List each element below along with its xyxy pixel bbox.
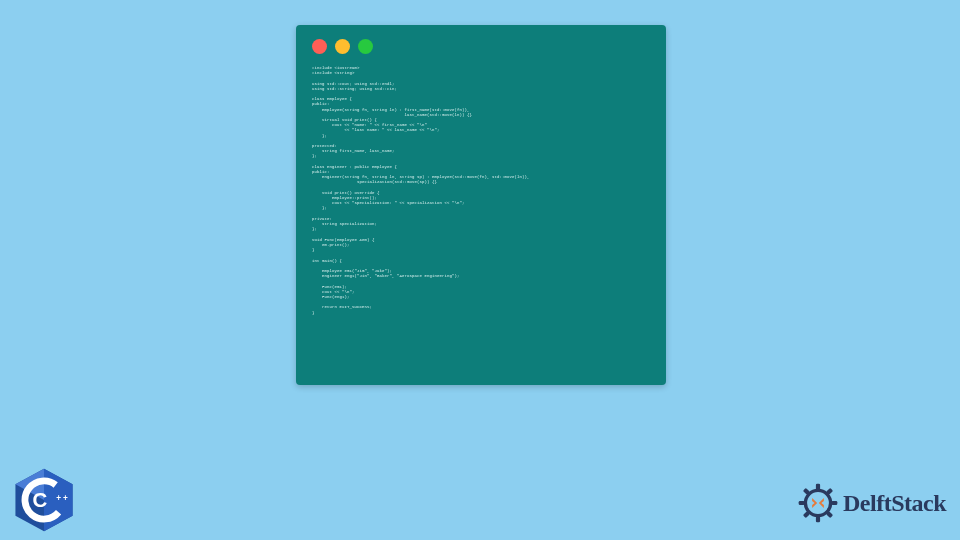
delftstack-label: DelftStack xyxy=(843,490,946,517)
svg-marker-16 xyxy=(812,498,817,508)
maximize-dot-icon[interactable] xyxy=(358,39,373,54)
delftstack-logo: DelftStack xyxy=(797,482,946,524)
code-window: #include <iostream> #include <string> us… xyxy=(296,25,666,385)
window-controls xyxy=(312,39,650,54)
svg-text:+: + xyxy=(63,494,68,503)
delftstack-gear-icon xyxy=(797,482,839,524)
svg-text:C: C xyxy=(33,489,48,511)
svg-point-7 xyxy=(805,490,830,515)
minimize-dot-icon[interactable] xyxy=(335,39,350,54)
close-dot-icon[interactable] xyxy=(312,39,327,54)
svg-rect-11 xyxy=(831,501,837,505)
svg-rect-8 xyxy=(816,484,820,490)
svg-text:+: + xyxy=(56,494,61,503)
svg-marker-17 xyxy=(819,498,824,508)
code-content: #include <iostream> #include <string> us… xyxy=(312,66,650,316)
svg-rect-9 xyxy=(816,516,820,522)
svg-rect-10 xyxy=(799,501,805,505)
cpp-logo-icon: C + + xyxy=(10,466,78,534)
